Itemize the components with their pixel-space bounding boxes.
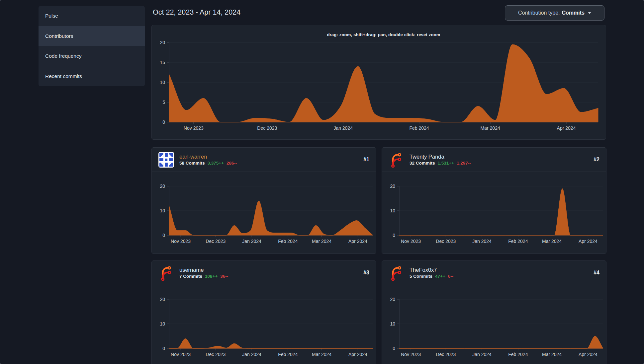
rank-badge: #3 [363,270,369,276]
identicon-avatar [158,152,174,168]
commit-count: 58 Commits [179,161,205,166]
svg-text:Jan 2024: Jan 2024 [242,239,261,244]
rank-badge: #4 [594,270,599,276]
svg-text:Jan 2024: Jan 2024 [242,352,261,357]
contributor-name-link[interactable]: earl-warren [179,154,237,160]
commit-count: 32 Commits [410,161,435,166]
svg-text:Feb 2024: Feb 2024 [278,352,298,357]
svg-text:Jan 2024: Jan 2024 [333,125,353,131]
forgejo-logo-avatar [389,265,404,281]
contributor-card-header: TheFox0x7 5 Commits 47++ 6-- #4 [382,261,606,285]
commit-count: 5 Commits [410,274,432,279]
contributor-stats: 7 Commits 108++ 36-- [179,274,228,279]
overview-commits-chart[interactable]: 05101520Nov 2023Dec 2023Jan 2024Feb 2024… [152,25,606,139]
contributor-commits-chart[interactable]: 01020Nov 2023Dec 2023Jan 2024Feb 2024Mar… [152,285,376,364]
deletions-count: 1,297-- [457,161,471,166]
svg-text:Mar 2024: Mar 2024 [542,352,562,357]
contributor-card-3: username 7 Commits 108++ 36-- #3 01020No… [151,260,376,364]
svg-text:0: 0 [162,119,165,125]
svg-text:20: 20 [160,183,165,189]
additions-count: 47++ [435,274,445,279]
contributor-name: TheFox0x7 [410,267,453,273]
contributor-card-header: Twenty Panda 32 Commits 1,531++ 1,297-- … [382,148,606,172]
svg-text:Nov 2023: Nov 2023 [401,352,421,357]
date-range-heading: Oct 22, 2023 - Apr 14, 2024 [153,8,240,17]
rank-badge: #1 [363,157,369,163]
additions-count: 108++ [205,274,218,279]
svg-text:Dec 2023: Dec 2023 [206,352,226,357]
svg-text:Feb 2024: Feb 2024 [508,239,528,244]
svg-text:Mar 2024: Mar 2024 [312,239,331,244]
overview-chart-panel: 05101520Nov 2023Dec 2023Jan 2024Feb 2024… [151,25,606,140]
svg-text:20: 20 [160,297,165,302]
svg-text:5: 5 [162,100,165,105]
sidebar-item-code-frequency[interactable]: Code frequency [39,46,145,66]
svg-text:Nov 2023: Nov 2023 [401,239,421,244]
forgejo-logo-avatar [389,152,404,168]
contributor-stats: 32 Commits 1,531++ 1,297-- [410,161,471,166]
svg-text:Mar 2024: Mar 2024 [542,239,562,244]
svg-text:0: 0 [393,233,395,238]
svg-text:20: 20 [390,183,395,189]
svg-text:15: 15 [160,60,165,65]
svg-text:Jan 2024: Jan 2024 [472,239,492,244]
svg-text:Apr 2024: Apr 2024 [579,352,598,357]
svg-text:Dec 2023: Dec 2023 [257,125,277,131]
repo-activity-contributors-page: Pulse Contributors Code frequency Recent… [0,0,644,364]
deletions-count: 6-- [448,274,454,279]
deletions-count: 36-- [220,274,228,279]
svg-text:10: 10 [390,208,395,213]
svg-text:Feb 2024: Feb 2024 [508,352,528,357]
contributor-name: Twenty Panda [410,154,471,160]
svg-text:Apr 2024: Apr 2024 [579,239,598,244]
rank-badge: #2 [594,157,599,163]
svg-text:Nov 2023: Nov 2023 [171,352,191,357]
svg-text:Feb 2024: Feb 2024 [278,239,298,244]
forgejo-logo-avatar [158,265,174,281]
caret-down-icon [588,12,591,14]
svg-text:20: 20 [390,297,395,302]
svg-text:Nov 2023: Nov 2023 [171,239,191,244]
additions-count: 3,375++ [208,161,224,166]
contributor-card-1: earl-warren 58 Commits 3,375++ 286-- #1 … [151,147,376,254]
sidebar-item-recent-commits[interactable]: Recent commits [39,66,145,87]
svg-text:Feb 2024: Feb 2024 [409,125,429,131]
svg-text:0: 0 [162,346,165,351]
contributor-commits-chart[interactable]: 01020Nov 2023Dec 2023Jan 2024Feb 2024Mar… [382,285,606,364]
activity-sidebar: Pulse Contributors Code frequency Recent… [39,6,145,86]
contributor-commits-chart[interactable]: 01020Nov 2023Dec 2023Jan 2024Feb 2024Mar… [152,172,376,254]
svg-text:10: 10 [160,208,165,213]
contribution-type-label: Contribution type: [518,10,560,16]
svg-text:Mar 2024: Mar 2024 [312,352,331,357]
sidebar-item-contributors[interactable]: Contributors [39,26,145,46]
contributor-commits-chart[interactable]: 01020Nov 2023Dec 2023Jan 2024Feb 2024Mar… [382,172,606,254]
svg-text:20: 20 [160,40,165,45]
svg-text:Dec 2023: Dec 2023 [436,352,456,357]
contributor-card-header: earl-warren 58 Commits 3,375++ 286-- #1 [152,148,376,172]
contributor-stats: 58 Commits 3,375++ 286-- [179,161,237,166]
contributor-name: username [179,267,228,273]
contributor-stats: 5 Commits 47++ 6-- [410,274,453,279]
svg-text:Apr 2024: Apr 2024 [348,352,367,357]
contributor-card-header: username 7 Commits 108++ 36-- #3 [152,261,376,285]
svg-text:Apr 2024: Apr 2024 [348,239,367,244]
contribution-type-dropdown[interactable]: Contribution type: Commits [505,5,604,21]
svg-text:Nov 2023: Nov 2023 [184,125,204,131]
svg-text:10: 10 [160,321,165,327]
svg-text:Dec 2023: Dec 2023 [206,239,226,244]
svg-text:Jan 2024: Jan 2024 [472,352,492,357]
svg-text:0: 0 [162,233,165,238]
contributor-card-2: Twenty Panda 32 Commits 1,531++ 1,297-- … [382,147,606,254]
svg-text:0: 0 [393,346,395,351]
chart-zoom-hint: drag: zoom, shift+drag: pan, double clic… [169,32,598,37]
commit-count: 7 Commits [179,274,202,279]
contributor-card-4: TheFox0x7 5 Commits 47++ 6-- #4 01020Nov… [382,260,606,364]
deletions-count: 286-- [227,161,237,166]
sidebar-item-pulse[interactable]: Pulse [39,6,145,26]
svg-text:10: 10 [160,80,165,85]
svg-text:Apr 2024: Apr 2024 [557,125,576,131]
additions-count: 1,531++ [438,161,454,166]
svg-text:Mar 2024: Mar 2024 [481,125,500,131]
svg-text:Dec 2023: Dec 2023 [436,239,456,244]
contribution-type-value: Commits [562,10,584,16]
